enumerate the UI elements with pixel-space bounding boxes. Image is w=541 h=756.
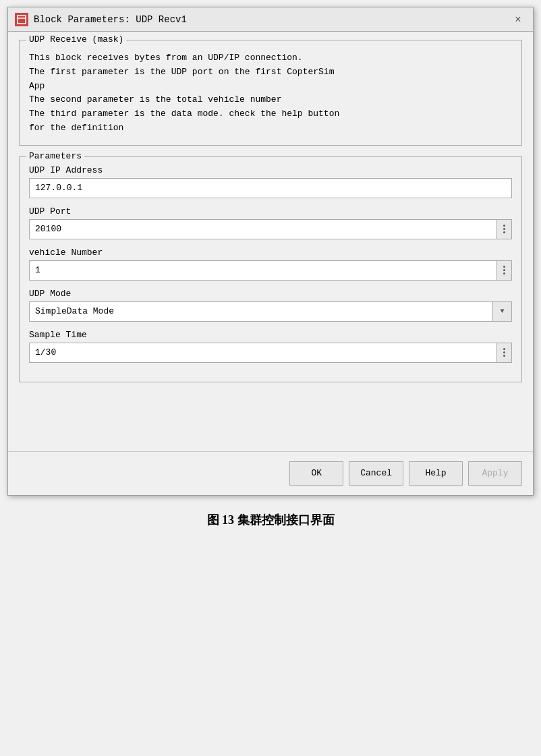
ok-button[interactable]: OK bbox=[289, 461, 343, 486]
help-button[interactable]: Help bbox=[409, 461, 463, 486]
title-bar: Block Parameters: UDP Recv1 × bbox=[8, 7, 533, 32]
desc-line-2: The first parameter is the UDP port on t… bbox=[29, 65, 512, 80]
close-button[interactable]: × bbox=[510, 11, 526, 28]
bottom-area bbox=[19, 389, 522, 443]
desc-line-3: App bbox=[29, 80, 512, 94]
desc-line-5: The third parameter is the data mode. ch… bbox=[29, 107, 512, 121]
input-sample-time[interactable] bbox=[29, 343, 497, 363]
button-bar: OK Cancel Help Apply bbox=[8, 451, 533, 495]
select-row-mode: SimpleData Mode FullData Mode ▼ bbox=[29, 301, 512, 322]
description-legend: UDP Receive (mask) bbox=[26, 34, 126, 45]
label-vehicle-number: vehicle Number bbox=[29, 248, 512, 258]
desc-line-4: The second parameter is the total vehicl… bbox=[29, 93, 512, 107]
label-udp-port: UDP Port bbox=[29, 206, 512, 216]
input-row-port bbox=[29, 219, 512, 239]
input-row-sample bbox=[29, 343, 512, 363]
input-udp-port[interactable] bbox=[29, 219, 497, 239]
param-group-ip: UDP IP Address bbox=[29, 165, 512, 198]
input-row-vehicle bbox=[29, 260, 512, 281]
cancel-button[interactable]: Cancel bbox=[349, 461, 403, 486]
input-row-ip bbox=[29, 178, 512, 198]
figure-caption: 图 13 集群控制接口界面 bbox=[207, 512, 335, 528]
sample-menu-button[interactable] bbox=[497, 343, 512, 363]
params-legend: Parameters bbox=[26, 151, 84, 161]
title-bar-left: Block Parameters: UDP Recv1 bbox=[15, 13, 187, 26]
param-group-mode: UDP Mode SimpleData Mode FullData Mode ▼ bbox=[29, 289, 512, 322]
apply-button[interactable]: Apply bbox=[468, 461, 522, 486]
desc-line-6: for the definition bbox=[29, 121, 512, 136]
param-group-sample: Sample Time bbox=[29, 330, 512, 363]
param-group-vehicle: vehicle Number bbox=[29, 248, 512, 281]
select-udp-mode[interactable]: SimpleData Mode FullData Mode bbox=[29, 301, 493, 322]
description-group: UDP Receive (mask) This block receives b… bbox=[19, 40, 522, 146]
input-udp-ip[interactable] bbox=[29, 178, 512, 198]
dialog-window: Block Parameters: UDP Recv1 × UDP Receiv… bbox=[7, 7, 534, 496]
param-group-port: UDP Port bbox=[29, 206, 512, 239]
window-title: Block Parameters: UDP Recv1 bbox=[34, 14, 187, 25]
port-menu-button[interactable] bbox=[497, 219, 512, 239]
input-vehicle-number[interactable] bbox=[29, 260, 497, 281]
label-udp-mode: UDP Mode bbox=[29, 289, 512, 299]
label-sample-time: Sample Time bbox=[29, 330, 512, 340]
desc-line-1: This block receives bytes from an UDP/IP… bbox=[29, 51, 512, 65]
vehicle-menu-button[interactable] bbox=[497, 260, 512, 281]
dialog-content: UDP Receive (mask) This block receives b… bbox=[8, 32, 533, 451]
label-udp-ip: UDP IP Address bbox=[29, 165, 512, 175]
page-wrapper: Block Parameters: UDP Recv1 × UDP Receiv… bbox=[0, 0, 541, 756]
mode-dropdown-arrow: ▼ bbox=[493, 301, 512, 322]
description-text: This block receives bytes from an UDP/IP… bbox=[29, 51, 512, 136]
window-icon bbox=[15, 13, 28, 26]
params-section: Parameters UDP IP Address UDP Port bbox=[19, 156, 522, 382]
svg-rect-0 bbox=[18, 16, 26, 24]
